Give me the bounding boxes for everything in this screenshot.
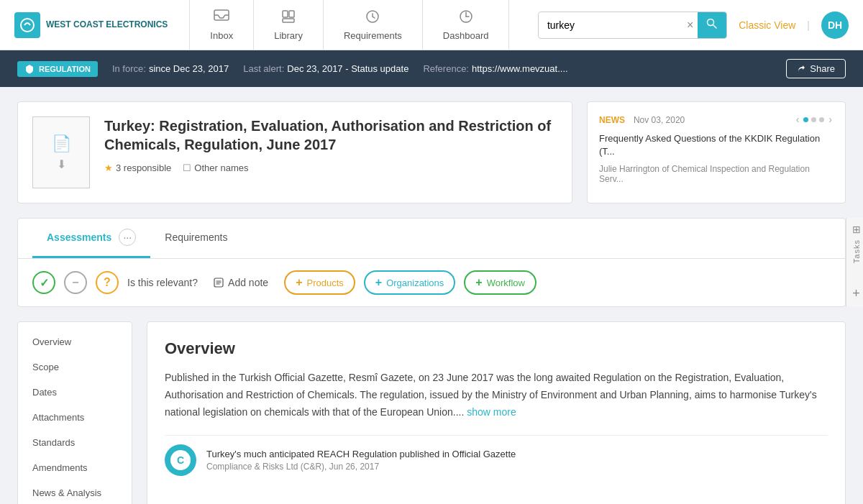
sidebar-item-scope[interactable]: Scope xyxy=(18,354,132,380)
regulation-badge: REGULATION xyxy=(17,61,98,77)
tab-requirements[interactable]: Requirements xyxy=(150,221,242,255)
top-navigation: West Coast Electronics Inbox Library Req… xyxy=(0,0,863,50)
sidebar-item-amendments[interactable]: Amendments xyxy=(18,455,132,480)
document-thumbnail: 📄 ⬇ xyxy=(32,116,90,188)
relevant-yes-button[interactable]: ✓ xyxy=(32,271,55,294)
expand-tasks-button[interactable]: ⊞ xyxy=(852,224,861,235)
linked-article-source: Compliance & Risks Ltd (C&R), Jun 26, 20… xyxy=(206,462,516,472)
clipboard-icon: ☐ xyxy=(183,162,191,173)
sidebar-item-standards[interactable]: Standards xyxy=(18,430,132,455)
plus-icon-orgs: + xyxy=(375,276,382,289)
overview-text: Published in the Turkish Official Gazett… xyxy=(165,370,828,421)
sidebar-item-overview[interactable]: Overview xyxy=(18,329,132,354)
news-navigation: ‹ › xyxy=(795,114,834,125)
svg-rect-2 xyxy=(283,11,288,17)
relevance-bar: ✓ − ? Is this relevant? Add note + Produ… xyxy=(18,259,845,306)
news-dot-3 xyxy=(819,117,824,122)
relevant-maybe-button[interactable]: ? xyxy=(96,271,119,294)
nav-library-label: Library xyxy=(274,30,303,41)
share-button[interactable]: Share xyxy=(786,59,846,78)
nav-inbox[interactable]: Inbox xyxy=(189,0,254,50)
svg-rect-3 xyxy=(289,11,294,17)
search-input[interactable] xyxy=(539,14,682,37)
news-date: Nov 03, 2020 xyxy=(634,115,685,125)
main-content: 📄 ⬇ Turkey: Registration, Evaluation, Au… xyxy=(0,101,863,504)
logo-text: West Coast Electronics xyxy=(46,19,168,29)
sidebar-navigation: Overview Scope Dates Attachments Standar… xyxy=(17,321,132,504)
news-dot-1 xyxy=(803,117,808,122)
regulation-banner: REGULATION In force: since Dec 23, 2017 … xyxy=(0,50,863,87)
nav-dashboard[interactable]: Dashboard xyxy=(423,0,510,50)
nav-library[interactable]: Library xyxy=(254,0,324,50)
news-next-button[interactable]: › xyxy=(827,114,834,125)
banner-meta: In force: since Dec 23, 2017 Last alert:… xyxy=(112,63,772,74)
news-badge: NEWS xyxy=(599,115,625,125)
tasks-label: Tasks xyxy=(852,239,861,263)
linked-article[interactable]: C Turkey's much anticipated REACH Regula… xyxy=(165,435,828,485)
nav-dashboard-label: Dashboard xyxy=(443,30,489,41)
news-prev-button[interactable]: ‹ xyxy=(795,114,801,125)
document-meta: ★ 3 responsible ☐ Other names xyxy=(104,162,557,173)
search-box: × xyxy=(538,12,727,39)
responsible-count[interactable]: ★ 3 responsible xyxy=(104,162,171,173)
requirements-icon xyxy=(365,9,380,27)
document-title: Turkey: Registration, Evaluation, Author… xyxy=(104,116,557,154)
relevant-no-button[interactable]: − xyxy=(64,271,87,294)
search-area: × Classic View | DH xyxy=(538,12,849,39)
tabs-area: Assessments ··· Requirements ✓ − ? Is th… xyxy=(17,218,846,307)
reference-label: Reference: xyxy=(423,63,469,74)
svg-point-0 xyxy=(21,19,34,32)
dashboard-icon xyxy=(459,9,473,27)
plus-icon-products: + xyxy=(296,276,302,289)
news-header: NEWS Nov 03, 2020 ‹ › xyxy=(599,114,834,125)
library-icon xyxy=(281,9,296,27)
search-clear-button[interactable]: × xyxy=(682,19,698,32)
document-card: 📄 ⬇ Turkey: Registration, Evaluation, Au… xyxy=(17,101,572,203)
nav-requirements[interactable]: Requirements xyxy=(324,0,423,50)
relevance-question: Is this relevant? xyxy=(127,277,198,288)
overview-title: Overview xyxy=(165,339,828,358)
add-note-button[interactable]: Add note xyxy=(206,272,275,293)
classic-view-link[interactable]: Classic View xyxy=(739,19,795,31)
tasks-panel: ⊞ Tasks + xyxy=(846,218,863,307)
doc-news-row: 📄 ⬇ Turkey: Registration, Evaluation, Au… xyxy=(17,101,846,203)
document-icon: 📄 xyxy=(52,134,71,153)
tab-assessments[interactable]: Assessments ··· xyxy=(32,219,150,258)
linked-logo-inner: C xyxy=(170,450,191,470)
search-button[interactable] xyxy=(698,12,726,38)
news-author: Julie Harrington of Chemical Inspection … xyxy=(599,164,834,184)
linked-article-logo: C xyxy=(165,444,196,476)
sidebar-item-dates[interactable]: Dates xyxy=(18,380,132,405)
news-header-left: NEWS Nov 03, 2020 xyxy=(599,114,685,125)
sidebar-item-attachments[interactable]: Attachments xyxy=(18,405,132,430)
star-icon: ★ xyxy=(104,162,113,173)
last-alert-value: Dec 23, 2017 - Status update xyxy=(287,63,408,74)
show-more-link[interactable]: show more xyxy=(467,406,516,418)
add-task-button[interactable]: + xyxy=(852,286,860,301)
in-force-label: In force: xyxy=(112,63,146,74)
logo[interactable]: West Coast Electronics xyxy=(14,12,168,38)
overview-content: Overview Published in the Turkish Offici… xyxy=(147,321,846,504)
other-names-link[interactable]: ☐ Other names xyxy=(183,162,248,173)
logo-icon xyxy=(14,12,40,38)
add-workflow-button[interactable]: + Workflow xyxy=(464,270,536,295)
download-icon[interactable]: ⬇ xyxy=(57,157,66,171)
document-info: Turkey: Registration, Evaluation, Author… xyxy=(104,116,557,188)
news-card: NEWS Nov 03, 2020 ‹ › Frequently Asked Q… xyxy=(587,101,846,203)
user-avatar[interactable]: DH xyxy=(821,12,849,39)
nav-inbox-label: Inbox xyxy=(210,30,233,41)
tab-more-button[interactable]: ··· xyxy=(119,229,136,246)
last-alert-label: Last alert: xyxy=(243,63,284,74)
tabs-wrapper: Assessments ··· Requirements ✓ − ? Is th… xyxy=(17,218,846,307)
nav-requirements-label: Requirements xyxy=(344,30,402,41)
lower-section: Overview Scope Dates Attachments Standar… xyxy=(17,321,846,504)
sidebar-item-news-analysis[interactable]: News & Analysis xyxy=(18,480,132,504)
add-products-button[interactable]: + Products xyxy=(284,270,355,295)
plus-icon-workflow: + xyxy=(475,276,482,289)
nav-items: Inbox Library Requirements Dashboard xyxy=(189,0,538,50)
linked-article-info: Turkey's much anticipated REACH Regulati… xyxy=(206,449,516,472)
linked-article-title: Turkey's much anticipated REACH Regulati… xyxy=(206,449,516,459)
inbox-icon xyxy=(214,9,229,27)
add-organizations-button[interactable]: + Organizations xyxy=(364,270,456,295)
tabs-header: Assessments ··· Requirements xyxy=(18,219,845,259)
